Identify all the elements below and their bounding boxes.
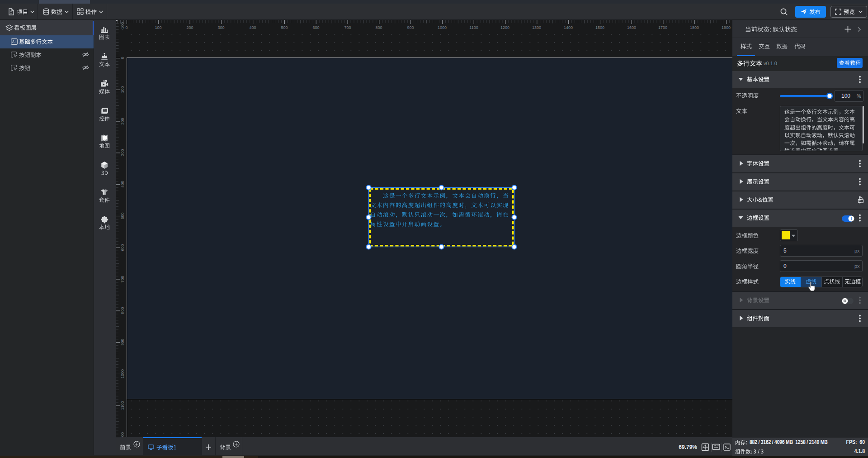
svg-text:1100: 1100 <box>469 25 478 30</box>
svg-text:1100: 1100 <box>120 401 125 410</box>
svg-text:900: 900 <box>407 25 414 30</box>
svg-text:400: 400 <box>249 25 256 30</box>
svg-text:1300: 1300 <box>532 25 541 30</box>
svg-text:1500: 1500 <box>595 25 604 30</box>
svg-text:1900: 1900 <box>722 25 731 30</box>
svg-text:1200: 1200 <box>120 432 125 437</box>
svg-text:100: 100 <box>155 25 161 30</box>
svg-text:700: 700 <box>120 276 125 282</box>
svg-text:800: 800 <box>375 25 382 30</box>
svg-text:1400: 1400 <box>564 25 573 30</box>
svg-text:1600: 1600 <box>627 25 636 30</box>
svg-text:200: 200 <box>186 25 193 30</box>
svg-text:1800: 1800 <box>690 25 699 30</box>
svg-text:600: 600 <box>312 25 319 30</box>
svg-text:900: 900 <box>120 339 125 345</box>
svg-text:200: 200 <box>120 118 125 124</box>
svg-text:0: 0 <box>120 57 125 59</box>
svg-text:-100: -100 <box>120 22 125 30</box>
svg-text:1700: 1700 <box>658 25 667 30</box>
svg-text:500: 500 <box>281 25 288 30</box>
svg-text:800: 800 <box>120 307 125 314</box>
svg-text:700: 700 <box>344 25 351 30</box>
svg-text:1000: 1000 <box>438 25 447 30</box>
svg-text:300: 300 <box>217 25 224 30</box>
svg-text:300: 300 <box>120 149 125 156</box>
svg-text:600: 600 <box>120 244 125 251</box>
svg-text:1000: 1000 <box>120 369 125 378</box>
svg-text:1200: 1200 <box>500 25 509 30</box>
svg-text:100: 100 <box>120 86 125 93</box>
svg-text:500: 500 <box>120 212 125 219</box>
svg-text:400: 400 <box>120 181 125 187</box>
